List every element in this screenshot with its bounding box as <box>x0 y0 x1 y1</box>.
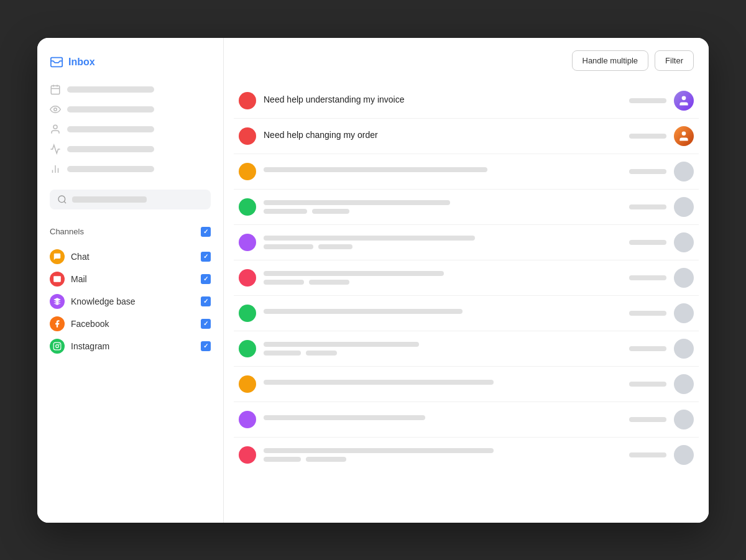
inbox-item-8[interactable] <box>234 331 699 367</box>
avatar <box>674 162 694 181</box>
inbox-item-7[interactable] <box>234 296 699 331</box>
filter-button[interactable]: Filter <box>655 50 694 71</box>
item-dot <box>239 198 256 216</box>
item-content: Need help understanding my invoice <box>264 94 622 107</box>
chat-checkbox[interactable] <box>201 252 211 262</box>
nav-item-activity[interactable] <box>50 144 211 155</box>
item-meta-bar <box>629 275 666 280</box>
channel-item-instagram[interactable]: Instagram <box>50 335 211 357</box>
handle-multiple-button[interactable]: Handle multiple <box>572 50 649 71</box>
item-bar <box>264 342 419 347</box>
item-bar <box>264 200 450 205</box>
item-meta-bar <box>629 382 666 387</box>
inbox-list: Need help understanding my invoice Need … <box>224 83 709 523</box>
channels-checkbox-all[interactable] <box>201 227 211 237</box>
search-placeholder <box>72 196 147 203</box>
search-icon <box>57 195 67 204</box>
inbox-item-6[interactable] <box>234 260 699 296</box>
item-content <box>264 167 622 176</box>
calendar-icon <box>50 84 61 95</box>
avatar <box>674 126 694 146</box>
item-bar-sub <box>312 209 349 214</box>
svg-point-16 <box>682 131 686 135</box>
facebook-checkbox[interactable] <box>201 319 211 329</box>
channel-label-chat: Chat <box>71 252 195 262</box>
avatar <box>674 339 694 359</box>
item-dot <box>239 269 256 287</box>
channels-section: Channels Chat <box>50 227 211 510</box>
item-dot <box>239 92 256 109</box>
item-dot <box>239 375 256 393</box>
nav-item-eye[interactable] <box>50 104 211 115</box>
chat-icon <box>50 249 65 264</box>
instagram-icon <box>50 339 65 354</box>
nav-label-bar <box>67 146 154 152</box>
item-dot <box>239 163 256 180</box>
nav-item-user[interactable] <box>50 124 211 135</box>
item-dot <box>239 340 256 357</box>
item-bar <box>264 271 444 276</box>
nav-label-bar <box>67 166 154 172</box>
channel-label-kb: Knowledge base <box>71 296 195 306</box>
channel-item-mail[interactable]: Mail <box>50 268 211 290</box>
inbox-label: Inbox <box>68 57 95 68</box>
item-bar-sub <box>306 351 337 356</box>
item-meta <box>629 445 694 465</box>
inbox-item-1[interactable]: Need help understanding my invoice <box>234 83 699 119</box>
inbox-item-10[interactable] <box>234 402 699 438</box>
item-meta <box>629 126 694 146</box>
inbox-item-9[interactable] <box>234 367 699 402</box>
avatar <box>674 445 694 465</box>
search-bar[interactable] <box>50 190 211 209</box>
nav-item-chart[interactable] <box>50 163 211 175</box>
channel-item-facebook[interactable]: Facebook <box>50 313 211 335</box>
item-bar-sub <box>264 280 304 285</box>
item-bar <box>264 380 494 385</box>
item-content <box>264 342 622 356</box>
avatar <box>674 91 694 111</box>
svg-point-10 <box>58 196 65 203</box>
channel-item-kb[interactable]: Knowledge base <box>50 290 211 313</box>
inbox-item-11[interactable] <box>234 438 699 472</box>
kb-checkbox[interactable] <box>201 296 211 306</box>
nav-items <box>50 84 211 175</box>
item-meta <box>629 339 694 359</box>
item-meta <box>629 374 694 394</box>
inbox-item-2[interactable]: Need help changing my order <box>234 119 699 154</box>
avatar <box>674 232 694 252</box>
facebook-icon <box>50 316 65 331</box>
mail-icon <box>50 272 65 287</box>
item-meta <box>629 162 694 181</box>
mail-checkbox[interactable] <box>201 274 211 284</box>
item-bar <box>264 448 494 453</box>
avatar <box>674 268 694 288</box>
inbox-item-3[interactable] <box>234 154 699 190</box>
item-meta <box>629 410 694 429</box>
sidebar-header[interactable]: Inbox <box>50 55 211 69</box>
item-content <box>264 415 622 424</box>
item-meta-bar <box>629 452 666 457</box>
item-dot <box>239 446 256 464</box>
inbox-item-5[interactable] <box>234 225 699 260</box>
nav-item-calendar[interactable] <box>50 84 211 95</box>
item-meta-bar <box>629 98 666 103</box>
avatar <box>674 410 694 429</box>
channel-label-facebook: Facebook <box>71 319 195 329</box>
svg-rect-1 <box>51 86 60 94</box>
channel-label-mail: Mail <box>71 274 195 284</box>
channel-label-instagram: Instagram <box>71 341 195 351</box>
inbox-item-4[interactable] <box>234 190 699 225</box>
item-meta <box>629 197 694 217</box>
user-icon <box>50 124 61 135</box>
svg-point-6 <box>53 125 57 129</box>
avatar <box>674 197 694 217</box>
instagram-checkbox[interactable] <box>201 341 211 351</box>
item-meta <box>629 91 694 111</box>
channel-item-chat[interactable]: Chat <box>50 246 211 268</box>
item-meta-bar <box>629 169 666 174</box>
item-bar <box>264 415 425 420</box>
item-dot <box>239 127 256 145</box>
svg-point-13 <box>56 344 59 347</box>
item-bar-sub <box>264 244 313 249</box>
item-bar <box>264 236 475 241</box>
